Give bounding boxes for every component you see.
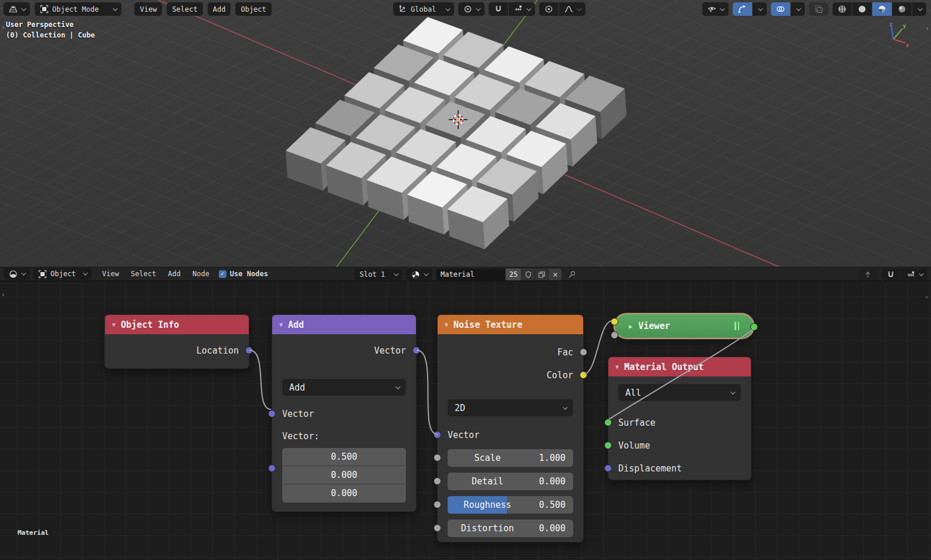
node-noise-texture[interactable]: ▼ Noise Texture Fac Color 2D Vector Scal… [437, 314, 584, 542]
use-nodes-checkbox[interactable]: ✓ Use Nodes [219, 270, 268, 278]
menu-select-node[interactable]: Select [125, 270, 162, 278]
shading-dropdown[interactable] [912, 2, 926, 16]
menu-view[interactable]: View [134, 2, 162, 16]
gizmos-toggle[interactable] [733, 2, 752, 16]
snap-settings[interactable] [509, 2, 535, 16]
dimensions-dropdown[interactable]: 2D [448, 399, 573, 416]
socket-viewer-output[interactable] [750, 323, 758, 331]
slot-selector[interactable]: Slot 1 [354, 269, 402, 280]
collapse-triangle-icon[interactable]: ▼ [615, 364, 619, 370]
vector-z-field[interactable]: 0.000 [282, 484, 406, 503]
chevron-down-icon [918, 6, 922, 11]
menu-add-node[interactable]: Add [162, 270, 187, 278]
menu-object[interactable]: Object [235, 2, 271, 16]
chevron-down-icon [394, 271, 398, 276]
shading-solid-button[interactable] [852, 2, 872, 16]
socket-viewer-weight-input[interactable] [611, 331, 618, 339]
go-to-parent-tree-button[interactable] [858, 269, 878, 280]
material-browse-button[interactable] [406, 269, 432, 280]
toolbar-expand-arrow[interactable]: › [1, 23, 5, 31]
socket-color-output[interactable] [580, 371, 587, 379]
gizmos-dropdown[interactable] [753, 2, 767, 16]
roughness-slider[interactable]: Roughness0.500 [448, 496, 573, 514]
chevron-down-icon [527, 6, 531, 11]
socket-roughness-input[interactable] [434, 501, 441, 508]
socket-displacement-input[interactable] [604, 464, 612, 472]
distortion-slider[interactable]: Distortion0.000 [448, 520, 573, 537]
sidebar-expand-arrow[interactable]: ‹ [925, 25, 929, 32]
editor-type-button-shader[interactable] [4, 268, 30, 280]
node-toolbar-expand-arrow[interactable]: › [1, 291, 5, 298]
mode-selector[interactable]: Object Mode [35, 2, 121, 16]
node-sidebar-expand-arrow[interactable]: ‹ [925, 293, 929, 301]
shader-type-selector[interactable]: Object [33, 268, 92, 280]
socket-scale-input[interactable] [434, 454, 441, 461]
snap-grid-icon [906, 270, 915, 279]
snap-toggle[interactable] [489, 2, 508, 16]
material-name-field[interactable]: Material [436, 269, 505, 280]
xray-toggle[interactable] [809, 2, 828, 16]
node-vector-math[interactable]: ▼ Add Vector Add Vector Vector: 0.500 0.… [272, 314, 417, 512]
node-title: Material Output [624, 362, 703, 372]
proportional-falloff-selector[interactable] [559, 2, 585, 16]
show-gizmo-selector[interactable] [702, 2, 729, 16]
socket-detail-input[interactable] [434, 477, 441, 485]
node-title: Object Info [121, 320, 179, 330]
transform-orientation-selector[interactable]: Global [393, 2, 454, 16]
detail-slider[interactable]: Detail0.000 [448, 473, 573, 490]
menu-node-node[interactable]: Node [187, 270, 215, 278]
chevron-down-icon [796, 6, 801, 11]
unlink-material-button[interactable]: × [549, 269, 561, 280]
pin-icon[interactable] [567, 270, 576, 279]
editor-type-button[interactable] [4, 2, 30, 16]
shading-wireframe-button[interactable] [832, 2, 852, 16]
3d-viewport[interactable]: Object Mode View Select Add Object Globa… [0, 0, 931, 267]
collapse-triangle-icon[interactable]: ▼ [445, 321, 448, 328]
socket-location-output[interactable] [245, 347, 253, 354]
socket-distortion-input[interactable] [434, 524, 441, 532]
output-vector-label: Vector [272, 344, 416, 357]
socket-vector-input-2[interactable] [268, 464, 276, 472]
socket-fac-output[interactable] [580, 348, 587, 356]
menu-view-node[interactable]: View [96, 270, 125, 278]
orientation-label: Global [411, 5, 436, 13]
collapse-triangle-icon[interactable]: ▼ [279, 321, 283, 328]
blender-window: Object Mode View Select Add Object Globa… [0, 0, 931, 560]
collapsed-triangle-icon[interactable]: ▶ [629, 323, 632, 330]
scale-slider[interactable]: Scale1.000 [448, 449, 573, 467]
pivot-point-selector[interactable] [458, 2, 485, 16]
vector-x-field[interactable]: 0.500 [282, 448, 406, 466]
material-sphere-icon [411, 270, 420, 279]
fake-user-shield-button[interactable] [522, 269, 534, 280]
overlays-dropdown[interactable] [791, 2, 805, 16]
collapse-triangle-icon[interactable]: ▼ [112, 321, 116, 328]
operation-dropdown[interactable]: Add [282, 379, 406, 396]
shading-material-button[interactable] [872, 2, 892, 16]
proportional-editing-toggle[interactable] [539, 2, 558, 16]
shader-editor-icon [9, 270, 18, 279]
gizmo-arrow-icon [738, 5, 747, 13]
node-snap-settings[interactable] [901, 269, 927, 280]
socket-vector-input[interactable] [434, 431, 441, 439]
user-count-button[interactable]: 25 [506, 269, 521, 280]
node-object-info[interactable]: ▼ Object Info Location [104, 314, 249, 369]
node-viewer[interactable]: ▶ Viewer [614, 313, 754, 339]
menu-add[interactable]: Add [208, 2, 231, 16]
checkbox-check-icon: ✓ [219, 270, 226, 278]
vector-y-field[interactable]: 0.000 [282, 466, 406, 484]
node-snap-toggle[interactable] [881, 269, 900, 280]
menu-select[interactable]: Select [167, 2, 202, 16]
overlays-toggle[interactable] [771, 2, 790, 16]
navigation-gizmo[interactable]: z y x [878, 21, 909, 52]
node-material-output[interactable]: ▼ Material Output All Surface Volume Dis… [608, 357, 751, 480]
socket-viewer-color-input[interactable] [611, 318, 618, 325]
new-material-copy-button[interactable] [535, 269, 548, 280]
shading-rendered-button[interactable] [892, 2, 912, 16]
pause-icon[interactable] [734, 322, 739, 330]
target-dropdown[interactable]: All [618, 384, 741, 401]
socket-surface-input[interactable] [604, 419, 612, 426]
shader-node-canvas[interactable]: › ‹ ▼ Object Info Location ▼ Add Vector … [0, 281, 931, 560]
socket-vector-input-1[interactable] [268, 410, 276, 418]
socket-vector-output[interactable] [412, 347, 420, 354]
socket-volume-input[interactable] [604, 442, 612, 449]
